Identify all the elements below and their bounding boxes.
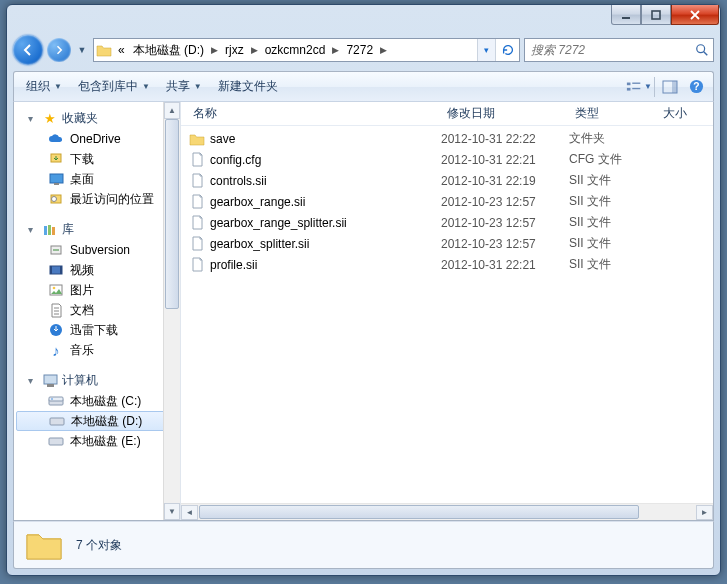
file-type: 文件夹: [569, 130, 657, 147]
nav-group-libraries[interactable]: ▾ 库: [14, 219, 180, 240]
file-type: SII 文件: [569, 172, 657, 189]
file-row[interactable]: save2012-10-31 22:22文件夹: [185, 128, 713, 149]
svg-rect-17: [48, 225, 51, 235]
breadcrumb[interactable]: 本地磁盘 (D:): [129, 39, 208, 61]
search-box[interactable]: [524, 38, 714, 62]
address-bar[interactable]: « 本地磁盘 (D:)▶ rjxz▶ ozkcmn2cd▶ 7272▶ ▾: [93, 38, 520, 62]
command-bar: 组织▼ 包含到库中▼ 共享▼ 新建文件夹 ▼ ?: [13, 71, 714, 101]
search-input[interactable]: [525, 43, 691, 57]
nav-item-recent[interactable]: 最近访问的位置: [14, 189, 180, 209]
chevron-right-icon[interactable]: ▶: [248, 45, 261, 55]
view-options-button[interactable]: ▼: [626, 76, 652, 98]
scroll-right-button[interactable]: ►: [696, 505, 713, 520]
collapse-icon[interactable]: ▾: [28, 113, 38, 124]
file-name: profile.sii: [210, 258, 257, 272]
file-list[interactable]: save2012-10-31 22:22文件夹config.cfg2012-10…: [181, 126, 713, 503]
titlebar[interactable]: [7, 5, 720, 33]
music-icon: ♪: [48, 342, 64, 358]
preview-pane-button[interactable]: [657, 76, 683, 98]
svg-rect-4: [627, 87, 631, 90]
file-icon: [189, 194, 205, 210]
breadcrumb[interactable]: ozkcmn2cd: [261, 39, 330, 61]
help-button[interactable]: ?: [683, 76, 709, 98]
svg-rect-32: [49, 438, 63, 445]
nav-group-label: 计算机: [62, 372, 98, 389]
svg-rect-0: [622, 17, 630, 19]
scroll-down-button[interactable]: ▼: [164, 503, 180, 520]
nav-group-computer[interactable]: ▾ 计算机: [14, 370, 180, 391]
refresh-button[interactable]: [495, 39, 519, 61]
file-row[interactable]: gearbox_splitter.sii2012-10-23 12:57SII …: [185, 233, 713, 254]
desktop-icon: [48, 171, 64, 187]
nav-item-label: 图片: [70, 282, 94, 299]
nav-item-drive-e[interactable]: 本地磁盘 (E:): [14, 431, 180, 451]
collapse-icon[interactable]: ▾: [28, 224, 38, 235]
explorer-window: ▼ « 本地磁盘 (D:)▶ rjxz▶ ozkcmn2cd▶ 7272▶ ▾ …: [6, 4, 721, 576]
address-dropdown[interactable]: ▾: [477, 39, 495, 61]
nav-item-pictures[interactable]: 图片: [14, 280, 180, 300]
back-button[interactable]: [13, 35, 43, 65]
folder-icon: [24, 527, 64, 563]
forward-button[interactable]: [47, 38, 71, 62]
scroll-up-button[interactable]: ▲: [164, 102, 180, 119]
scroll-left-button[interactable]: ◄: [181, 505, 198, 520]
svg-point-30: [51, 398, 53, 400]
file-row[interactable]: gearbox_range_splitter.sii2012-10-23 12:…: [185, 212, 713, 233]
recent-icon: [48, 191, 64, 207]
nav-item-downloads[interactable]: 下载: [14, 149, 180, 169]
include-label: 包含到库中: [78, 78, 138, 95]
chevron-down-icon: ▼: [54, 82, 62, 91]
navigation-pane[interactable]: ▾ ★ 收藏夹 OneDrive 下载 桌面 最近访问的位置 ▾ 库 Subve…: [14, 102, 181, 520]
nav-item-subversion[interactable]: Subversion: [14, 240, 180, 260]
share-menu[interactable]: 共享▼: [158, 74, 210, 99]
new-folder-button[interactable]: 新建文件夹: [210, 74, 286, 99]
chevron-right-icon[interactable]: ▶: [329, 45, 342, 55]
file-row[interactable]: controls.sii2012-10-31 22:19SII 文件: [185, 170, 713, 191]
nav-item-drive-d[interactable]: 本地磁盘 (D:): [16, 411, 178, 431]
file-row[interactable]: profile.sii2012-10-31 22:21SII 文件: [185, 254, 713, 275]
nav-group-label: 库: [62, 221, 74, 238]
maximize-button[interactable]: [641, 5, 671, 25]
nav-item-music[interactable]: ♪音乐: [14, 340, 180, 360]
nav-scrollbar[interactable]: ▲ ▼: [163, 102, 180, 520]
chevron-right-icon[interactable]: ▶: [377, 45, 390, 55]
nav-item-videos[interactable]: 视频: [14, 260, 180, 280]
file-type: SII 文件: [569, 235, 657, 252]
svg-rect-26: [44, 375, 57, 384]
nav-item-label: 音乐: [70, 342, 94, 359]
nav-group-favorites[interactable]: ▾ ★ 收藏夹: [14, 108, 180, 129]
close-button[interactable]: [671, 5, 719, 25]
column-date[interactable]: 修改日期: [441, 102, 569, 125]
nav-item-drive-c[interactable]: 本地磁盘 (C:): [14, 391, 180, 411]
svg-rect-31: [50, 418, 64, 425]
folder-icon: [94, 43, 114, 57]
file-row[interactable]: config.cfg2012-10-31 22:21CFG 文件: [185, 149, 713, 170]
column-type[interactable]: 类型: [569, 102, 657, 125]
breadcrumb[interactable]: 7272: [342, 39, 377, 61]
drive-icon: [48, 433, 64, 449]
column-name[interactable]: 名称: [187, 102, 441, 125]
files-h-scrollbar[interactable]: ◄ ►: [181, 503, 713, 520]
nav-item-xunlei[interactable]: 迅雷下载: [14, 320, 180, 340]
search-icon[interactable]: [691, 43, 713, 57]
file-name: gearbox_range.sii: [210, 195, 305, 209]
chevron-right-icon[interactable]: ▶: [208, 45, 221, 55]
nav-item-onedrive[interactable]: OneDrive: [14, 129, 180, 149]
scroll-thumb[interactable]: [165, 119, 179, 309]
breadcrumb[interactable]: rjxz: [221, 39, 248, 61]
nav-item-documents[interactable]: 文档: [14, 300, 180, 320]
minimize-button[interactable]: [611, 5, 641, 25]
breadcrumb-overflow[interactable]: «: [114, 39, 129, 61]
file-row[interactable]: gearbox_range.sii2012-10-23 12:57SII 文件: [185, 191, 713, 212]
organize-menu[interactable]: 组织▼: [18, 74, 70, 99]
column-size[interactable]: 大小: [657, 102, 713, 125]
libraries-icon: [42, 222, 58, 238]
scroll-thumb[interactable]: [199, 505, 639, 519]
include-in-library-menu[interactable]: 包含到库中▼: [70, 74, 158, 99]
collapse-icon[interactable]: ▾: [28, 375, 38, 386]
drive-icon: [48, 393, 64, 409]
nav-item-desktop[interactable]: 桌面: [14, 169, 180, 189]
nav-history-dropdown[interactable]: ▼: [75, 45, 89, 55]
drive-icon: [49, 413, 65, 429]
file-type: SII 文件: [569, 256, 657, 273]
